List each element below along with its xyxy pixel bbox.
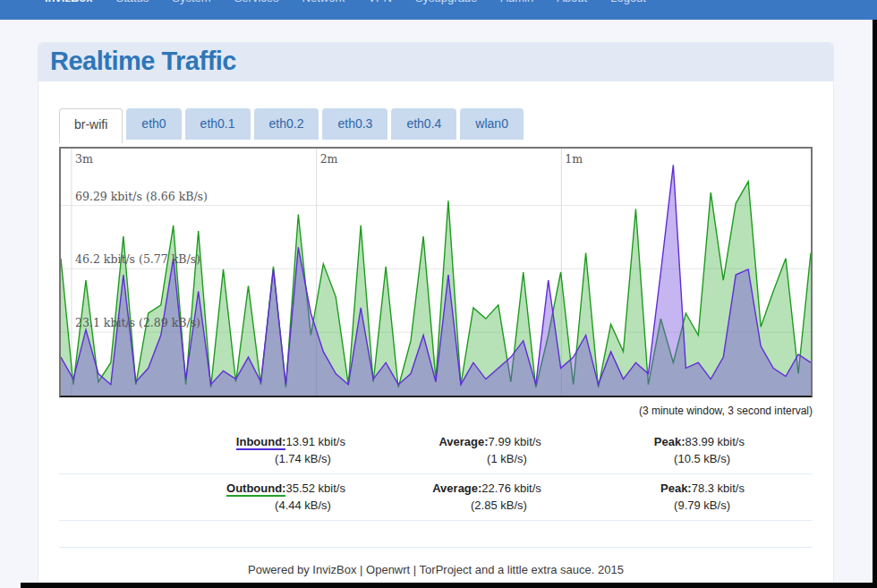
table-row-inbound: Inbound:13.91 kbit/s (1.74 kB/s) Average…: [59, 428, 813, 474]
inbound-average-cell: Average:7.99 kbit/s (1 kB/s): [345, 433, 541, 467]
outbound-average-label: Average:: [432, 481, 481, 497]
card-header: Realtime Traffic: [38, 43, 833, 81]
outbound-peak-label: Peak:: [660, 481, 692, 497]
traffic-chart: 3m2m1m23.1 kbit/s (2.89 kB/s)46.2 kbit/s…: [59, 147, 813, 397]
inbound-value: 13.91 kbit/s: [285, 435, 345, 448]
nav-item-logout[interactable]: Logout: [610, 0, 646, 4]
outbound-sub-value: (4.44 kB/s): [59, 497, 345, 514]
chart-caption: (3 minute window, 3 second interval): [59, 405, 813, 417]
outbound-average-value: 22.76 kbit/s: [481, 481, 541, 495]
tab-eth0[interactable]: eth0: [126, 108, 181, 140]
outbound-value: 35.52 kbit/s: [285, 481, 345, 495]
outbound-peak-cell: Peak:78.3 kbit/s (9.79 kB/s): [541, 480, 813, 514]
window-edge-bottom: [21, 583, 877, 588]
nav-item-system[interactable]: System: [172, 0, 210, 4]
tab-eth0.4[interactable]: eth0.4: [391, 108, 456, 140]
inbound-average-label: Average:: [438, 435, 488, 450]
inbound-peak-sub: (10.5 kB/s): [541, 450, 745, 467]
inbound-average-value: 7.99 kbit/s: [489, 435, 541, 448]
nav-item-sysupgrade[interactable]: Sysupgrade: [415, 0, 477, 4]
nav-item-vpn[interactable]: VPN: [368, 0, 392, 4]
inbound-label: Inbound:: [236, 435, 286, 450]
tab-wlan0[interactable]: wlan0: [460, 108, 524, 140]
outbound-peak-value: 78.3 kbit/s: [692, 481, 745, 495]
top-navbar: InvizBox StatusSystemServicesNetworkVPNS…: [0, 0, 877, 20]
inbound-peak-value: 83.99 kbit/s: [685, 435, 745, 448]
nav-item-network[interactable]: Network: [302, 0, 345, 4]
content-card: Realtime Traffic br-wifieth0eth0.1eth0.2…: [38, 43, 833, 588]
inbound-cell: Inbound:13.91 kbit/s (1.74 kB/s): [59, 433, 345, 467]
outbound-label: Outbound:: [226, 481, 285, 497]
inbound-peak-cell: Peak:83.99 kbit/s (10.5 kB/s): [541, 433, 813, 467]
card-body: br-wifieth0eth0.1eth0.2eth0.3eth0.4wlan0…: [38, 108, 833, 588]
page-title: Realtime Traffic: [50, 47, 822, 75]
nav-item-status[interactable]: Status: [115, 0, 149, 4]
window-edge-right: [873, 20, 877, 588]
tab-eth0.2[interactable]: eth0.2: [254, 108, 319, 140]
outbound-average-cell: Average:22.76 kbit/s (2.85 kB/s): [345, 480, 541, 514]
nav-item-services[interactable]: Services: [234, 0, 279, 4]
tab-eth0.3[interactable]: eth0.3: [322, 108, 387, 140]
table-row-outbound: Outbound:35.52 kbit/s (4.44 kB/s) Averag…: [59, 474, 813, 521]
table-row-empty: [59, 521, 813, 548]
tab-br-wifi[interactable]: br-wifi: [59, 108, 123, 143]
outbound-average-sub: (2.85 kB/s): [345, 497, 541, 514]
inbound-average-sub: (1 kB/s): [345, 450, 541, 467]
traffic-chart-canvas: [61, 149, 811, 396]
inbound-sub-value: (1.74 kB/s): [59, 450, 345, 467]
outbound-peak-sub: (9.79 kB/s): [541, 497, 745, 514]
inbound-peak-label: Peak:: [654, 435, 685, 450]
tab-eth0.1[interactable]: eth0.1: [185, 108, 251, 140]
interface-tabs: br-wifieth0eth0.1eth0.2eth0.3eth0.4wlan0: [59, 108, 813, 143]
brand-logo[interactable]: InvizBox: [45, 0, 92, 4]
nav-item-about[interactable]: About: [557, 0, 587, 4]
outbound-cell: Outbound:35.52 kbit/s (4.44 kB/s): [59, 480, 345, 514]
navbar-menu: InvizBox StatusSystemServicesNetworkVPNS…: [45, 0, 877, 4]
nav-item-admin[interactable]: Admin: [500, 0, 533, 4]
traffic-stats-table: Inbound:13.91 kbit/s (1.74 kB/s) Average…: [59, 428, 813, 548]
